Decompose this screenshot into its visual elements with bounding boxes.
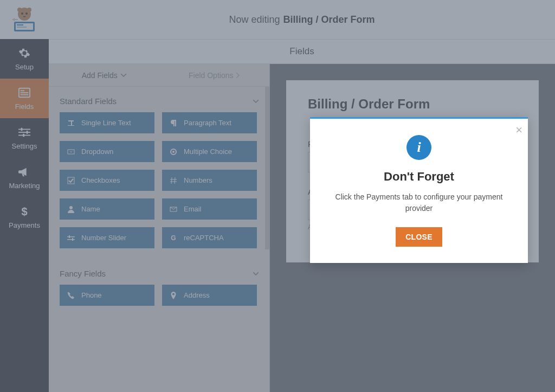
modal-close-button[interactable]: × bbox=[515, 123, 522, 137]
modal-dont-forget: × i Don't Forget Click the Payments tab … bbox=[310, 117, 528, 263]
modal-text: Click the Payments tab to configure your… bbox=[325, 191, 513, 214]
info-icon: i bbox=[406, 135, 431, 160]
modal-close-primary-button[interactable]: CLOSE bbox=[396, 227, 442, 247]
modal-title: Don't Forget bbox=[325, 170, 513, 184]
